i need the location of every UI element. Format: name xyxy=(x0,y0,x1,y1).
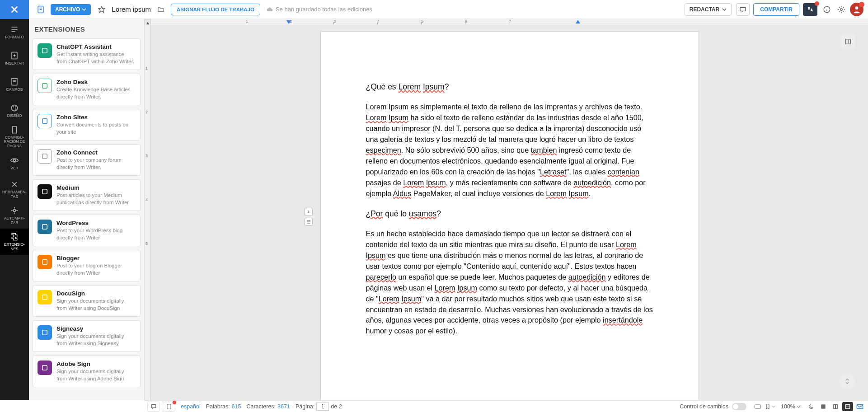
doc-type-icon[interactable] xyxy=(34,3,47,16)
heading-1[interactable]: ¿Qué es Lorem Ipsum? xyxy=(366,82,653,92)
insert-above-button[interactable]: + xyxy=(305,208,313,216)
settings-button[interactable] xyxy=(835,4,847,15)
archivo-menu[interactable]: ARCHIVO xyxy=(51,4,91,15)
mail-button[interactable] xyxy=(854,402,865,411)
app-logo[interactable] xyxy=(0,0,29,19)
spelling-button[interactable] xyxy=(163,402,175,412)
track-changes-toggle[interactable] xyxy=(732,403,746,410)
extension-icon xyxy=(38,43,52,58)
rail-herramientas[interactable]: HERRAMIEN- TAS xyxy=(0,176,29,202)
svg-rect-44 xyxy=(836,404,838,408)
extension-card-8[interactable]: SigneasySign your documents digitally fr… xyxy=(33,320,141,352)
favorite-button[interactable] xyxy=(96,4,107,15)
rail-config-pagina[interactable]: CONFIGU- RACIÓN DE PÁGINA xyxy=(0,124,29,150)
folder-button[interactable] xyxy=(155,4,166,15)
extension-card-4[interactable]: MediumPost articles to your Medium publi… xyxy=(33,179,141,211)
comment-panel-button[interactable] xyxy=(736,3,750,16)
svg-point-16 xyxy=(11,105,17,111)
rail-formato[interactable]: FORMATO xyxy=(0,19,29,45)
svg-rect-25 xyxy=(42,119,47,124)
language-label[interactable]: español xyxy=(181,403,201,410)
extension-card-5[interactable]: WordPressPost to your WordPress blog dir… xyxy=(33,215,141,246)
extension-title: Zoho Connect xyxy=(56,149,136,156)
horizontal-ruler[interactable]: 1234567 xyxy=(151,19,868,25)
extension-desc: Sign your documents digitally from Write… xyxy=(56,368,136,382)
extension-desc: Post to your company forum directly from… xyxy=(56,157,136,171)
chevron-down-icon[interactable] xyxy=(796,404,801,409)
extension-icon xyxy=(38,79,52,93)
view-mode-2[interactable] xyxy=(830,402,841,411)
bookmark-dropdown[interactable] xyxy=(765,402,775,411)
comments-button[interactable] xyxy=(147,402,160,412)
extension-card-3[interactable]: Zoho ConnectPost to your company forum d… xyxy=(33,144,141,176)
extension-desc: Get instant writing assistance from Chat… xyxy=(56,51,136,65)
outline-button[interactable] xyxy=(305,218,313,226)
translate-button[interactable] xyxy=(803,3,817,16)
heading-2[interactable]: ¿Por qué lo usamos? xyxy=(366,209,653,219)
ruler-tick: 4 xyxy=(377,19,380,23)
extension-card-6[interactable]: BloggerPost to your blog on Blogger dire… xyxy=(33,250,141,281)
extension-card-0[interactable]: ChatGPT AssistantGet instant writing ass… xyxy=(33,38,141,70)
chars-label: Caracteres: xyxy=(246,403,276,410)
notification-dot xyxy=(815,1,819,6)
keyboard-button[interactable] xyxy=(752,402,763,411)
cloud-icon xyxy=(267,6,273,13)
save-status-label: Se han guardado todas las ediciones xyxy=(276,6,372,13)
redactar-button[interactable]: REDACTAR xyxy=(685,3,732,16)
ruler-tick: 6 xyxy=(465,19,467,23)
extension-card-2[interactable]: Zoho SitesConvert documents to posts on … xyxy=(33,109,141,140)
scroll-hint-button[interactable] xyxy=(839,373,855,389)
rail-label: EXTENSIO- NES xyxy=(4,243,25,251)
view-mode-1[interactable] xyxy=(818,402,829,411)
extension-desc: Create Knowledge Base articles directly … xyxy=(56,86,136,100)
rail-diseno[interactable]: DISEÑO xyxy=(0,98,29,124)
track-changes-label: Control de cambios xyxy=(680,403,728,410)
svg-rect-29 xyxy=(42,260,47,265)
vertical-ruler[interactable]: 12345 xyxy=(145,25,151,400)
theme-button[interactable] xyxy=(806,402,816,411)
extension-card-1[interactable]: Zoho DeskCreate Knowledge Base articles … xyxy=(33,74,141,105)
share-button[interactable]: COMPARTIR xyxy=(753,3,799,16)
extension-icon xyxy=(38,290,52,304)
ruler-vtick: 4 xyxy=(145,197,148,202)
avatar-badge xyxy=(859,2,864,7)
paragraph-1[interactable]: Lorem Ipsum es simplemente el texto de r… xyxy=(366,102,653,199)
rail-label: CONFIGU- RACIÓN DE PÁGINA xyxy=(4,136,25,148)
ruler-vtick: 1 xyxy=(145,66,148,70)
panel-toggle-button[interactable] xyxy=(841,34,855,49)
ruler-tick: 1 xyxy=(246,19,248,23)
zoom-value[interactable]: 100% xyxy=(781,403,795,410)
assign-workflow-button[interactable]: ASIGNAR FLUJO DE TRABAJO xyxy=(171,4,260,15)
extension-card-9[interactable]: Adobe SignSign your documents digitally … xyxy=(33,356,141,387)
svg-rect-39 xyxy=(755,405,760,408)
paragraph-2[interactable]: Es un hecho establecido hace demasiado t… xyxy=(366,229,653,337)
ruler-tick: 5 xyxy=(421,19,423,23)
svg-point-8 xyxy=(840,8,843,10)
svg-rect-23 xyxy=(42,48,47,53)
margin-tools: + xyxy=(305,208,313,226)
ruler-vtick: 5 xyxy=(145,241,148,246)
rail-automatizar[interactable]: AUTOMATI- ZAR xyxy=(0,202,29,229)
extension-icon xyxy=(38,220,52,234)
topbar: ARCHIVO Lorem ipsum ASIGNAR FLUJO DE TRA… xyxy=(0,0,868,19)
save-status: Se han guardado todas las ediciones xyxy=(267,6,372,13)
ruler-tick: 2 xyxy=(290,19,292,23)
rail-insertar[interactable]: INSERTAR xyxy=(0,45,29,71)
user-avatar[interactable] xyxy=(850,3,863,16)
page-input[interactable] xyxy=(316,403,329,411)
indent-end-marker[interactable] xyxy=(576,20,580,23)
svg-rect-30 xyxy=(42,295,47,300)
document-canvas[interactable]: + ¿Qué es Lorem Ipsum? Lorem Ipsum es si… xyxy=(151,25,868,400)
svg-point-9 xyxy=(855,6,859,9)
extensions-panel: EXTENSIONES ChatGPT AssistantGet instant… xyxy=(29,19,145,400)
rail-ver[interactable]: VER xyxy=(0,150,29,176)
page[interactable]: + ¿Qué es Lorem Ipsum? Lorem Ipsum es si… xyxy=(321,32,699,400)
view-mode-3[interactable] xyxy=(842,402,853,411)
page-label: Página: xyxy=(296,403,314,410)
rail-extensiones[interactable]: EXTENSIO- NES xyxy=(0,229,29,255)
extension-card-7[interactable]: DocuSignSign your documents digitally fr… xyxy=(33,285,141,317)
document-title[interactable]: Lorem ipsum xyxy=(112,5,151,13)
svg-rect-20 xyxy=(12,126,16,133)
rail-campos[interactable]: CAMPOS xyxy=(0,71,29,98)
info-button[interactable] xyxy=(821,4,833,15)
